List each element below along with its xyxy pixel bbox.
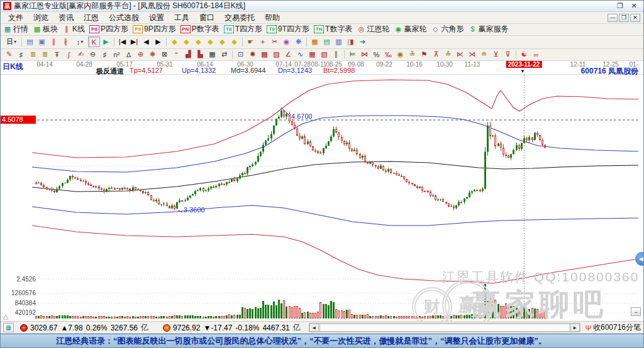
ratio-tool[interactable]: ⋈ <box>358 49 370 60</box>
chart-scrollbar[interactable]: ◀ ▶ <box>309 323 580 332</box>
split-screen-icon[interactable]: ▤ <box>24 36 36 47</box>
scrollbar-thumb[interactable] <box>319 324 570 332</box>
tower-tool-1[interactable]: ▟ <box>182 49 194 60</box>
parallel-tool[interactable]: ∥ <box>330 49 342 60</box>
grid-gold-tool-2[interactable]: ≣ <box>39 49 51 60</box>
hand-tool-button[interactable]: ☛ <box>245 36 257 47</box>
monitor-button[interactable]: ◨ <box>345 36 357 47</box>
span-tool[interactable]: ⇄ <box>218 49 230 60</box>
market-quote-button[interactable]: ▦行情 <box>3 24 28 35</box>
angle-tool[interactable]: ∆ <box>123 49 135 60</box>
gann-wheel-button[interactable]: ◎江恩轮 <box>357 24 389 35</box>
grid-gold-tool-1[interactable]: ≣ <box>27 49 39 60</box>
t-number-table-button[interactable]: TNT数字表 <box>314 24 352 35</box>
bar-chart-b-icon[interactable]: ∦ <box>60 36 72 47</box>
winner-service-button[interactable]: $赢家服务 <box>468 24 508 35</box>
gold-line-tool[interactable]: ≚ <box>406 49 418 60</box>
split-line-tool[interactable]: ⊼ <box>430 49 442 60</box>
chart-mini-button[interactable]: → <box>631 307 641 316</box>
menu-item-文件[interactable]: 文件 <box>3 11 28 24</box>
tower-tool-2[interactable]: ▙ <box>194 49 206 60</box>
hash2-tool[interactable]: ♯ <box>99 49 111 60</box>
infinity-tool[interactable]: ∞ <box>530 49 542 60</box>
gann-diamond-left-button[interactable]: ◆ <box>169 36 180 47</box>
red-grid-tool-2[interactable]: ▨ <box>270 49 282 60</box>
menu-item-窗口[interactable]: 窗口 <box>194 11 219 24</box>
kline-style-button[interactable]: K <box>88 36 100 47</box>
menu-item-公式选股[interactable]: 公式选股 <box>104 11 144 24</box>
panel-expander-button[interactable]: ◄ <box>635 252 643 266</box>
next-bar-button[interactable]: ▶ <box>152 36 164 47</box>
nine-p-square-button[interactable]: P99P四方形 <box>133 24 176 35</box>
hash-tool[interactable]: ♯ <box>15 49 27 60</box>
restore-button[interactable]: ❐ <box>613 1 627 11</box>
first-bar-button[interactable]: |◀ <box>116 36 128 47</box>
grid-tool[interactable]: ▦ <box>206 49 218 60</box>
save-button[interactable]: ▥ <box>333 36 345 47</box>
spiral-tool[interactable]: ʃ <box>63 49 75 60</box>
gann-diamond-right-button[interactable]: ◆ <box>180 36 192 47</box>
bar-chart-a-icon[interactable]: ∥ <box>48 36 60 47</box>
gann-diamond-vv-button[interactable]: ◆ <box>228 36 240 47</box>
right-fan-tool[interactable]: ⋊ <box>466 49 478 60</box>
menu-item-帮助[interactable]: 帮助 <box>260 11 285 24</box>
quote-tool[interactable]: ʺ <box>170 49 182 60</box>
menu-item-工具[interactable]: 工具 <box>169 11 194 24</box>
winner-wheel-button[interactable]: ◉赢家轮 <box>394 24 426 35</box>
mdi-close-button[interactable]: ✕ <box>630 14 640 22</box>
calendar-button[interactable]: ▦ <box>309 36 321 47</box>
mdi-restore-button[interactable]: ❐ <box>619 14 629 22</box>
crosshair-tool-button[interactable]: ＋ <box>257 36 269 47</box>
scroll-left-button[interactable]: ◀ <box>309 324 319 332</box>
period-day-dropdown[interactable]: 日 <box>3 36 19 47</box>
box-line-tool[interactable]: ⊻ <box>490 49 502 60</box>
kline-button[interactable]: ∥K线 <box>62 24 85 35</box>
box-x-tool[interactable]: ⊠ <box>158 49 170 60</box>
draw-hand-tool[interactable]: ✍ <box>75 49 87 60</box>
scroll-right-button[interactable]: ▶ <box>570 324 580 332</box>
yinyang-tool[interactable]: ☯ <box>518 49 530 60</box>
gann-diamond-v-button[interactable]: ◆ <box>216 36 228 47</box>
pencil-tool[interactable]: ✎ <box>3 49 15 60</box>
color-triangle-icon[interactable]: ▶ <box>100 36 112 47</box>
prev-bar-button[interactable]: ◀ <box>140 36 152 47</box>
scale-dropdown[interactable]: ↕ <box>72 36 88 47</box>
circle-cross-tool[interactable]: ⊕ <box>135 49 147 60</box>
info-panel-icon[interactable]: ▣ <box>36 36 48 47</box>
market-grid-button[interactable]: ▦ <box>3 323 14 332</box>
box-dot-tool[interactable]: ⊡ <box>235 49 247 60</box>
gold-fan-tool[interactable]: ≙ <box>442 49 454 60</box>
menu-item-浏览[interactable]: 浏览 <box>28 11 53 24</box>
ruler-tool[interactable]: Ŧ <box>51 49 63 60</box>
p-square-button[interactable]: P8P四方形 <box>89 24 128 35</box>
menu-item-江恩[interactable]: 江恩 <box>79 11 104 24</box>
gold-box-tool[interactable]: ≘ <box>478 49 490 60</box>
burst-tool-button[interactable]: ❋ <box>292 36 304 47</box>
p-number-table-button[interactable]: PNP数字表 <box>180 24 219 35</box>
percent-tool[interactable]: % <box>370 49 382 60</box>
gann-diamond-h-button[interactable]: ◆ <box>192 36 204 47</box>
left-fan-tool[interactable]: ⋉ <box>454 49 466 60</box>
red-grid-tool-4[interactable]: ▧ <box>318 49 330 60</box>
percent-line-tool[interactable]: ‰ <box>382 49 394 60</box>
menu-item-资讯[interactable]: 资讯 <box>53 11 79 24</box>
n2-tool[interactable]: n² <box>111 49 123 60</box>
menu-item-设置[interactable]: 设置 <box>144 11 169 24</box>
calculator-button[interactable]: ▤ <box>321 36 333 47</box>
cycle-tool[interactable]: ⊖ <box>87 49 99 60</box>
flag-tool[interactable]: ⚑ <box>418 49 430 60</box>
wave-tool[interactable]: ∿ <box>294 49 306 60</box>
last-bar-button[interactable]: ▶| <box>128 36 140 47</box>
mdi-minimize-button[interactable]: — <box>608 14 618 22</box>
close-button[interactable]: ✕ <box>627 1 641 11</box>
t-square-button[interactable]: T8T四方形 <box>224 24 262 35</box>
flower-tool[interactable]: ❋ <box>147 49 158 60</box>
gann-diamond-x-button[interactable]: ◆ <box>204 36 216 47</box>
gold-circle-tool[interactable]: ◉ <box>394 49 406 60</box>
sector-button[interactable]: ▩板块 <box>33 24 58 35</box>
angle-line-tool[interactable]: ∠ <box>282 49 294 60</box>
fund-tool-button[interactable]: ◉ <box>280 36 292 47</box>
hexagon-button[interactable]: ◇六角形 <box>431 24 464 35</box>
red-grid-tool-3[interactable]: ▦ <box>306 49 318 60</box>
transfer-button[interactable]: ➔ <box>357 36 369 47</box>
